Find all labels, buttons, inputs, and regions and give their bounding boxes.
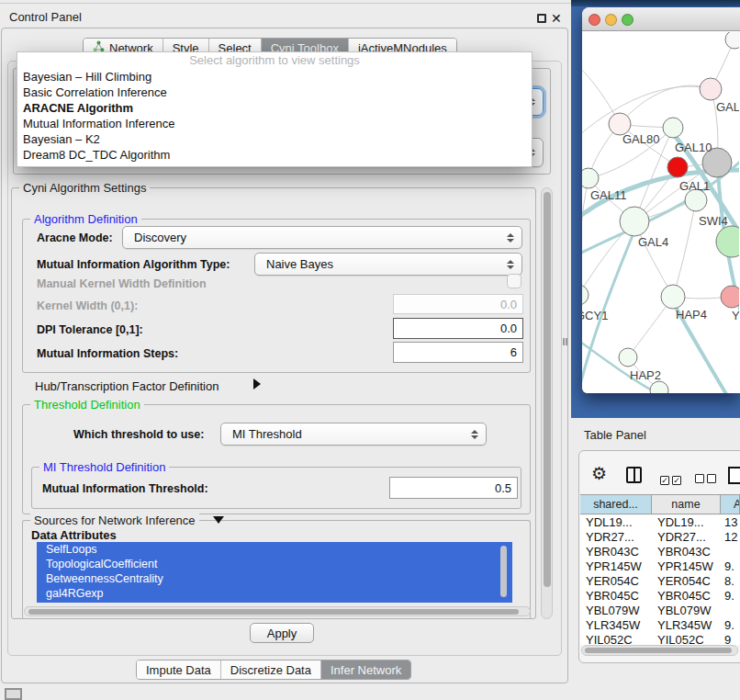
data-attribute-item[interactable]: gal4RGexp bbox=[37, 586, 512, 601]
float-window-icon[interactable] bbox=[537, 14, 546, 23]
mi-steps-field[interactable]: 6 bbox=[393, 342, 523, 363]
table-row[interactable]: YPR145WYPR145W9. bbox=[580, 559, 740, 574]
manual-kernel-width-checkbox[interactable] bbox=[507, 274, 521, 288]
table-cell[interactable]: YPR145W bbox=[580, 559, 652, 574]
unchecked-columns-icon[interactable] bbox=[695, 470, 719, 487]
table-cell[interactable]: YBL079W bbox=[652, 604, 721, 618]
dropdown-item[interactable]: Bayesian – K2 bbox=[17, 131, 532, 147]
table-row[interactable]: YIL052CYIL052C9 bbox=[580, 633, 740, 645]
table-cell[interactable]: YDL19... bbox=[652, 515, 721, 530]
table-cell[interactable]: 13 bbox=[721, 515, 740, 530]
table-cell[interactable]: 9. bbox=[721, 589, 740, 604]
table-row[interactable]: YBL079WYBL079W bbox=[580, 604, 740, 618]
list-scrollbar-thumb[interactable] bbox=[500, 546, 507, 597]
network-node[interactable] bbox=[721, 286, 739, 308]
table-cell[interactable]: YPR145W bbox=[652, 559, 721, 574]
data-attribute-item[interactable]: TopologicalCoefficient bbox=[37, 557, 512, 571]
minimize-traffic-light[interactable] bbox=[605, 14, 617, 26]
tab-infer-network[interactable]: Infer Network bbox=[321, 660, 410, 679]
columns-icon[interactable] bbox=[626, 467, 642, 483]
data-attributes-list[interactable]: SelfLoopsTopologicalCoefficientBetweenne… bbox=[37, 542, 512, 603]
close-traffic-light[interactable] bbox=[589, 14, 600, 26]
aracne-mode-combobox[interactable]: Discovery bbox=[122, 226, 522, 249]
mi-algorithm-type-combobox[interactable]: Naive Bayes bbox=[254, 253, 522, 276]
kernel-width-field[interactable]: 0.0 bbox=[393, 294, 523, 314]
page-icon[interactable] bbox=[728, 467, 740, 484]
tab-impute-data[interactable]: Impute Data bbox=[137, 660, 221, 679]
network-canvas[interactable]: GALGAL80GAL10GAL1GAL11SWI4GAL4GCY1HAP4YH… bbox=[582, 32, 740, 393]
settings-vertical-scrollbar[interactable] bbox=[541, 187, 553, 619]
scrollbar-thumb[interactable] bbox=[544, 192, 551, 587]
table-cell[interactable]: 12 bbox=[721, 530, 740, 545]
table-cell[interactable]: YDL19... bbox=[580, 515, 652, 530]
table-cell[interactable]: 8. bbox=[721, 574, 740, 589]
table-cell[interactable]: YBR045C bbox=[652, 589, 721, 604]
table-cell[interactable]: YLR345W bbox=[652, 618, 721, 633]
dropdown-item[interactable]: Dream8 DC_TDC Algorithm bbox=[17, 147, 532, 163]
network-node[interactable] bbox=[700, 78, 722, 100]
table-row[interactable]: YLR345WYLR345W9. bbox=[580, 618, 740, 633]
checked-columns-icon[interactable]: ✓✓ bbox=[660, 470, 684, 487]
zoom-traffic-light[interactable] bbox=[622, 14, 633, 26]
table-cell[interactable]: YDR27... bbox=[652, 530, 721, 545]
table-cell[interactable] bbox=[721, 545, 740, 559]
table-cell[interactable]: YIL052C bbox=[652, 633, 721, 645]
network-node[interactable] bbox=[582, 285, 589, 305]
network-node[interactable] bbox=[667, 157, 688, 177]
table-cell[interactable]: YER054C bbox=[580, 574, 652, 589]
network-node[interactable] bbox=[582, 168, 599, 188]
data-attribute-item[interactable]: BetweennessCentrality bbox=[37, 571, 512, 586]
network-node[interactable] bbox=[661, 285, 685, 309]
table-cell[interactable]: YLR345W bbox=[580, 618, 652, 633]
window-titlebar[interactable] bbox=[582, 7, 740, 31]
which-threshold-combobox[interactable]: MI Threshold bbox=[220, 423, 487, 446]
dock-panel-icon[interactable] bbox=[5, 688, 22, 700]
apply-button[interactable]: Apply bbox=[250, 623, 314, 643]
table-cell[interactable]: YER054C bbox=[652, 574, 721, 589]
table-cell[interactable]: YBR045C bbox=[580, 589, 652, 604]
column-header-clipped[interactable]: A bbox=[721, 495, 740, 514]
table-row[interactable]: YDL19...YDL19...13 bbox=[580, 515, 740, 530]
table-cell[interactable]: 9. bbox=[721, 559, 740, 574]
collapse-arrow-icon[interactable] bbox=[253, 378, 261, 390]
table-cell[interactable]: YDR27... bbox=[580, 530, 652, 545]
table-cell[interactable]: YIL052C bbox=[580, 633, 652, 645]
splitter-handle[interactable] bbox=[563, 338, 567, 345]
network-view-window[interactable]: GALGAL80GAL10GAL1GAL11SWI4GAL4GCY1HAP4YH… bbox=[582, 7, 740, 393]
table-cell[interactable]: YBR043C bbox=[580, 545, 652, 559]
table-cell[interactable]: 9. bbox=[721, 618, 740, 633]
column-header-shared-name[interactable]: shared... bbox=[580, 495, 652, 514]
column-header-name[interactable]: name bbox=[652, 495, 721, 514]
network-node[interactable] bbox=[725, 32, 739, 49]
network-edge[interactable] bbox=[673, 200, 696, 297]
dpi-tolerance-field[interactable]: 0.0 bbox=[393, 318, 523, 339]
table-cell[interactable]: YBR043C bbox=[652, 545, 721, 559]
dropdown-item[interactable]: ARACNE Algorithm bbox=[17, 100, 532, 116]
table-cell[interactable]: YBL079W bbox=[580, 604, 652, 618]
table-row[interactable]: YBR045CYBR045C9. bbox=[580, 589, 740, 604]
network-edge[interactable] bbox=[620, 85, 711, 124]
table-cell[interactable] bbox=[721, 604, 740, 618]
tab-discretize-data[interactable]: Discretize Data bbox=[221, 660, 321, 679]
gear-icon[interactable]: ⚙ bbox=[591, 465, 607, 483]
scrollbar-thumb[interactable] bbox=[28, 609, 519, 615]
dropdown-item[interactable]: Basic Correlation Inference bbox=[17, 85, 532, 100]
dropdown-item[interactable]: Bayesian – Hill Climbing bbox=[17, 69, 532, 85]
mi-threshold-field[interactable]: 0.5 bbox=[389, 477, 518, 499]
settings-horizontal-scrollbar[interactable] bbox=[24, 606, 531, 616]
network-node[interactable] bbox=[650, 381, 668, 393]
network-edge[interactable] bbox=[582, 178, 589, 295]
table-row[interactable]: YDR27...YDR27...12 bbox=[580, 530, 740, 545]
data-attribute-item[interactable]: SelfLoops bbox=[37, 542, 512, 557]
table-cell[interactable]: 9 bbox=[721, 633, 740, 645]
network-node[interactable] bbox=[619, 348, 637, 367]
expand-arrow-icon[interactable] bbox=[213, 516, 224, 524]
dropdown-item[interactable]: Mutual Information Inference bbox=[17, 116, 532, 131]
table-row[interactable]: YER054CYER054C8. bbox=[580, 574, 740, 589]
network-node[interactable] bbox=[620, 207, 649, 236]
scrollbar-thumb[interactable] bbox=[585, 648, 732, 653]
table-horizontal-scrollbar[interactable] bbox=[581, 645, 738, 656]
network-node[interactable] bbox=[663, 118, 683, 138]
close-icon[interactable]: ✕ bbox=[551, 12, 562, 25]
table-row[interactable]: YBR043CYBR043C bbox=[580, 545, 740, 559]
